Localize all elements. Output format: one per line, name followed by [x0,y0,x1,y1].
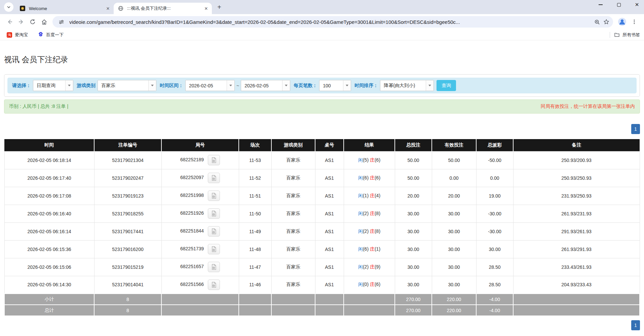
baidu-paw-icon: du [38,32,43,38]
cell-total-bet[interactable]: 50.00 [395,151,432,169]
sort-select[interactable]: 降幂(由大到小) [380,80,434,91]
summary-cell: 270.00 [395,305,432,316]
video-file-icon [211,246,217,252]
cell-round-number: 682251844 [161,222,239,240]
video-replay-button[interactable] [208,191,220,201]
chevron-down-icon[interactable] [227,80,234,91]
video-replay-button[interactable] [208,155,220,165]
cell-result: 闲(2) 庄(9) [344,258,395,276]
cell-total-bet[interactable]: 30.00 [395,276,432,294]
cell-total-bet[interactable]: 30.00 [395,240,432,258]
page-size-select[interactable]: 100 [319,80,351,91]
result-banker-label: 庄 [370,246,375,252]
video-file-icon [211,282,217,288]
bookmark-star-icon[interactable] [602,17,611,27]
tab-betrecord[interactable]: :::视讯 会员下注纪录::: ✕ [114,3,212,14]
video-replay-button[interactable] [208,262,220,272]
zoom-icon[interactable] [592,17,602,27]
cell-time: 2026-02-05 06:18:14 [4,151,94,169]
cell-bet-number: 523179014041 [94,276,161,294]
cell-table-number: AS1 [315,240,344,258]
bookmark-baidu[interactable]: du 百度一下 [35,31,66,39]
summary-label: 小计 [4,294,94,305]
cell-game-kind: 百家乐 [271,258,315,276]
search-button[interactable]: 查询 [437,80,456,91]
site-settings-icon[interactable] [56,17,66,27]
result-player-label: 闲 [358,246,363,252]
tab-strip: Welcome ✕ :::视讯 会员下注纪录::: ✕ + ✕ [0,0,644,14]
round-number-text: 682251926 [180,210,204,216]
tab-welcome[interactable]: Welcome ✕ [15,3,114,14]
cell-total-bet[interactable]: 30.00 [395,222,432,240]
cell-total-bet[interactable]: 50.00 [395,169,432,187]
video-replay-button[interactable] [208,208,220,219]
video-replay-button[interactable] [208,280,220,290]
result-banker-value: (8) [375,211,380,216]
page-number-button[interactable]: 1 [631,320,640,330]
all-bookmarks-button[interactable]: 所有书签 [614,32,640,38]
address-bar[interactable]: videoie.com/game/betrecord_search/kind3?… [52,16,613,28]
date-start-select[interactable]: 2026-02-05 [185,80,235,91]
tab-close-icon[interactable]: ✕ [203,5,209,11]
table-header-row: 时间注单编号局号场次游戏类别桌号结果总投注有效投注总派彩备注 [4,139,640,151]
cell-time: 2026-02-05 06:15:36 [4,240,94,258]
chevron-down-icon[interactable] [65,80,73,91]
chevron-down-icon[interactable] [343,80,351,91]
result-banker-value: (6) [375,282,380,287]
cell-total-bet[interactable]: 20.00 [395,187,432,205]
cell-note: 231.93/250.93 [513,187,640,205]
chevron-down-icon[interactable] [148,80,156,91]
chevron-down-icon[interactable] [282,80,290,91]
maximize-icon[interactable] [616,2,621,7]
bookmark-label: 百度一下 [46,32,64,38]
query-type-select[interactable]: 日期查询 [33,80,73,91]
back-icon[interactable] [4,16,15,28]
profile-avatar-icon[interactable] [618,17,627,26]
video-file-icon [211,264,217,270]
result-player-value: (5) [363,157,370,163]
table-row: 2026-02-05 06:15:06523179015219682251657… [4,258,640,276]
video-replay-button[interactable] [208,173,220,183]
cell-bet-number: 523179018255 [94,205,161,222]
cell-time: 2026-02-05 06:15:06 [4,258,94,276]
column-header: 时间 [4,139,94,151]
cell-time: 2026-02-05 06:17:08 [4,187,94,205]
bookmark-taobao[interactable]: 淘 爱淘宝 [4,31,31,39]
globe-icon [118,5,124,11]
result-banker-value: (1) [375,246,380,252]
cell-total-bet[interactable]: 30.00 [395,258,432,276]
cell-game-kind: 百家乐 [271,205,315,222]
cell-round-number: 682251926 [161,205,239,222]
minimize-icon[interactable] [598,2,603,7]
new-tab-button[interactable]: + [215,2,224,12]
menu-dots-icon[interactable] [629,16,640,28]
page-content: 视讯 会员下注纪录 请选择： 日期查询 游戏类别 百家乐 时间区间： 2026-… [0,40,644,330]
bookmarks-bar: 淘 爱淘宝 du 百度一下 所有书签 [0,30,644,40]
cell-session: 11-46 [239,276,271,294]
cell-total-bet[interactable]: 30.00 [395,205,432,222]
cell-valid-bet: 20.00 [432,187,476,205]
round-number-text: 682252189 [180,157,204,162]
summary-cell [161,294,239,305]
reload-icon[interactable] [27,16,38,28]
tab-close-icon[interactable]: ✕ [105,5,111,11]
page-number-button[interactable]: 1 [631,124,640,134]
forward-icon[interactable] [15,16,27,28]
chevron-down-icon[interactable] [426,80,433,91]
result-player-value: (6) [363,175,370,180]
home-icon[interactable] [38,16,50,28]
date-end-select[interactable]: 2026-02-05 [241,80,290,91]
cell-valid-bet: 50.00 [432,151,476,169]
video-replay-button[interactable] [208,244,220,254]
table-row: 2026-02-05 06:14:30523179014041682251566… [4,276,640,294]
all-bookmarks-label: 所有书签 [622,32,640,38]
video-replay-button[interactable] [208,226,220,237]
tab-search-button[interactable] [4,2,13,12]
summary-cell: 220.00 [432,305,476,316]
cell-note: 233.43/261.93 [513,258,640,276]
game-kind-select[interactable]: 百家乐 [98,80,156,91]
cell-payout: 19.00 [476,187,513,205]
video-file-icon [211,228,217,235]
window-close-icon[interactable]: ✕ [635,2,639,7]
cell-game-kind: 百家乐 [271,276,315,294]
